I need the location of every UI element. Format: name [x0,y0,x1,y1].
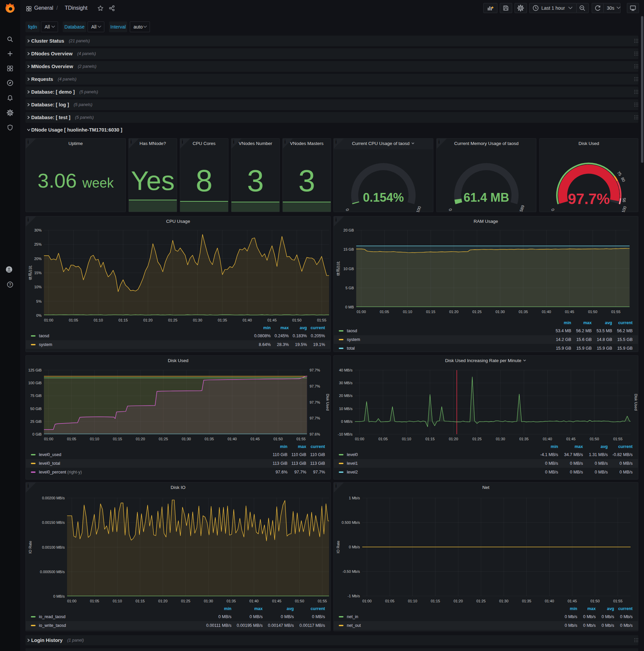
svg-text:125 GiB: 125 GiB [28,368,41,372]
svg-text:01:10: 01:10 [113,599,122,603]
svg-text:01:25: 01:25 [181,599,191,603]
svg-text:01:00: 01:00 [357,310,366,314]
svg-text:01:00: 01:00 [355,437,364,441]
svg-text:01:50: 01:50 [292,318,301,322]
svg-text:5 GB: 5 GB [346,286,354,290]
svg-text:1 Mb/s: 1 Mb/s [349,496,360,500]
svg-text:30%: 30% [34,228,41,232]
svg-text:97.7%: 97.7% [310,400,320,404]
svg-text:01:35: 01:35 [519,437,528,441]
svg-text:01:25: 01:25 [159,437,168,441]
svg-text:Disk Used: Disk Used [326,394,330,410]
svg-text:97.6%: 97.6% [310,432,320,436]
svg-text:01:15: 01:15 [119,318,128,322]
svg-text:-10 MB/s: -10 MB/s [338,432,353,436]
svg-text:01:35: 01:35 [227,599,236,603]
svg-text:10%: 10% [34,285,41,289]
svg-text:0 MB: 0 MB [345,305,354,309]
svg-text:30 MB/s: 30 MB/s [339,381,353,385]
svg-text:01:45: 01:45 [272,599,282,603]
svg-text:0: 0 [345,208,350,211]
svg-text:97.7%: 97.7% [310,416,320,420]
svg-text:80: 80 [620,177,626,183]
svg-text:01:45: 01:45 [568,599,577,603]
svg-text:97.7%: 97.7% [310,384,320,388]
svg-text:01:30: 01:30 [496,437,505,441]
svg-text:01:55: 01:55 [611,310,620,314]
svg-text:20%: 20% [34,257,41,261]
svg-text:01:10: 01:10 [402,437,411,441]
svg-text:01:30: 01:30 [204,599,213,603]
svg-text:0.000500 MB/s: 0.000500 MB/s [40,570,65,574]
svg-text:25 GiB: 25 GiB [30,420,41,424]
svg-text:01:00: 01:00 [44,318,53,322]
svg-text:0.500 Mb/s: 0.500 Mb/s [342,521,360,525]
svg-text:01:20: 01:20 [143,318,153,322]
svg-text:01:15: 01:15 [426,310,436,314]
svg-text:01:45: 01:45 [251,437,260,441]
svg-text:0.00200 MB/s: 0.00200 MB/s [42,496,65,500]
svg-text:Disk Used: Disk Used [634,394,638,410]
svg-text:01:35: 01:35 [519,310,528,314]
svg-text:01:35: 01:35 [218,318,227,322]
svg-text:使用占比: 使用占比 [336,261,340,276]
svg-text:01:50: 01:50 [273,437,283,441]
svg-text:01:40: 01:40 [227,437,237,441]
svg-text:01:05: 01:05 [90,599,99,603]
svg-text:01:45: 01:45 [565,310,574,314]
svg-text:25%: 25% [34,242,41,246]
svg-text:01:05: 01:05 [69,318,78,322]
svg-text:01:35: 01:35 [522,599,531,603]
svg-text:0: 0 [550,208,556,211]
svg-text:01:40: 01:40 [243,318,252,322]
svg-text:01:55: 01:55 [318,599,327,603]
svg-text:01:05: 01:05 [67,437,76,441]
svg-text:01:25: 01:25 [476,599,486,603]
svg-text:01:40: 01:40 [249,599,259,603]
svg-text:40 MB/s: 40 MB/s [339,368,353,372]
svg-text:01:35: 01:35 [204,437,214,441]
svg-text:75: 75 [616,170,622,177]
svg-text:20 MB/s: 20 MB/s [339,394,353,398]
svg-text:50 GiB: 50 GiB [30,407,41,411]
svg-text:01:20: 01:20 [136,437,145,441]
svg-text:01:45: 01:45 [267,318,277,322]
svg-text:01:55: 01:55 [613,437,622,441]
svg-text:IO Rate: IO Rate [28,541,32,554]
svg-text:1589: 1589 [518,204,525,212]
svg-text:10 GB: 10 GB [344,267,354,271]
svg-text:0.00100 MB/s: 0.00100 MB/s [42,545,65,549]
svg-text:01:50: 01:50 [588,310,598,314]
svg-text:01:15: 01:15 [425,437,435,441]
svg-text:01:55: 01:55 [296,437,306,441]
svg-text:0 Mb/s: 0 Mb/s [349,545,360,549]
svg-text:01:15: 01:15 [431,599,440,603]
svg-text:15 GB: 15 GB [344,247,354,251]
svg-text:01:05: 01:05 [385,599,394,603]
svg-text:01:20: 01:20 [158,599,168,603]
svg-text:75 GiB: 75 GiB [30,394,41,398]
svg-text:01:55: 01:55 [317,318,326,322]
svg-text:01:40: 01:40 [545,599,554,603]
svg-text:0.00150 MB/s: 0.00150 MB/s [42,521,65,525]
svg-text:-1 Mb/s: -1 Mb/s [348,594,360,598]
svg-text:01:10: 01:10 [408,599,417,603]
svg-text:01:50: 01:50 [295,599,304,603]
svg-text:01:55: 01:55 [613,599,622,603]
svg-text:01:50: 01:50 [590,599,600,603]
svg-text:01:20: 01:20 [449,437,458,441]
svg-text:01:00: 01:00 [44,437,53,441]
svg-text:10 MB/s: 10 MB/s [339,407,353,411]
svg-text:01:00: 01:00 [67,599,76,603]
svg-text:97.7%: 97.7% [310,368,320,372]
svg-text:使用占比: 使用占比 [28,266,32,280]
svg-text:01:45: 01:45 [566,437,576,441]
svg-text:01:30: 01:30 [193,318,202,322]
svg-text:01:00: 01:00 [362,599,372,603]
svg-text:0%: 0% [36,313,41,317]
svg-text:01:20: 01:20 [453,599,463,603]
svg-text:01:25: 01:25 [472,310,482,314]
svg-text:20 GB: 20 GB [344,228,354,232]
svg-text:01:10: 01:10 [94,318,103,322]
svg-text:01:50: 01:50 [590,437,599,441]
